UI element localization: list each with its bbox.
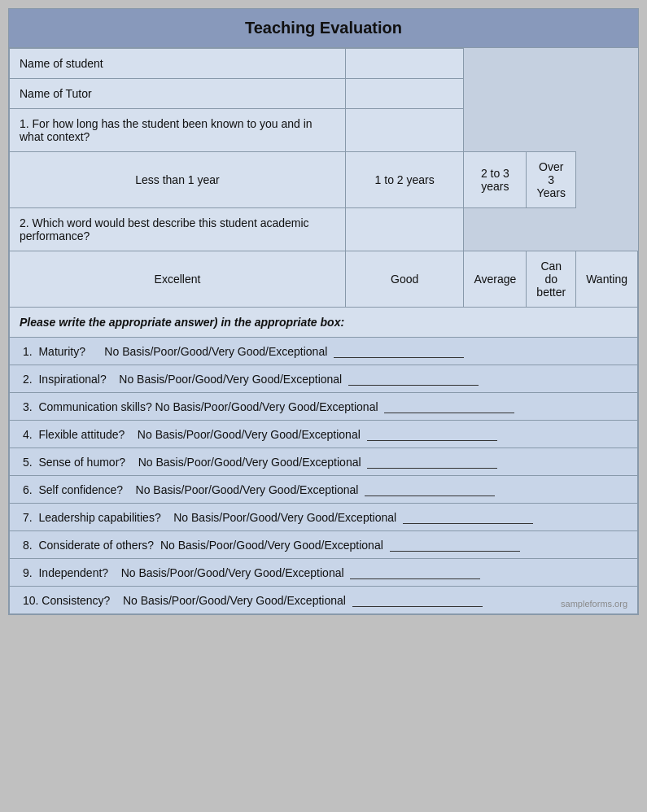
- item-1: 1. Maturity? No Basis/Poor/Good/Very Goo…: [10, 338, 638, 365]
- instruction-text: Please write the appropriate answer) in …: [10, 308, 638, 338]
- q2-option-average[interactable]: Average: [464, 251, 527, 308]
- item-9-answer[interactable]: [350, 565, 480, 579]
- question2-row: 2. Which word would best describe this s…: [10, 208, 638, 251]
- watermark: sampleforms.org: [561, 599, 631, 610]
- item-row-5: 5. Sense of humor? No Basis/Poor/Good/Ve…: [10, 448, 638, 476]
- item-row-8: 8. Considerate of others? No Basis/Poor/…: [10, 531, 638, 559]
- student-name-row: Name of student: [10, 49, 638, 79]
- item-10-text: 10. Consistency? No Basis/Poor/Good/Very…: [23, 594, 346, 607]
- question2-answer[interactable]: [345, 208, 464, 251]
- q1-option-2[interactable]: 1 to 2 years: [345, 152, 464, 208]
- form-title: Teaching Evaluation: [9, 9, 638, 48]
- question1-text: 1. For how long has the student been kno…: [10, 109, 346, 152]
- main-table: Name of student Name of Tutor 1. For how…: [9, 48, 638, 614]
- item-row-4: 4. Flexible attitude? No Basis/Poor/Good…: [10, 421, 638, 448]
- instruction-row: Please write the appropriate answer) in …: [10, 308, 638, 338]
- item-row-3: 3. Communication skills? No Basis/Poor/G…: [10, 393, 638, 421]
- item-5: 5. Sense of humor? No Basis/Poor/Good/Ve…: [10, 448, 638, 476]
- item-10-answer[interactable]: [352, 593, 483, 607]
- question2-text: 2. Which word would best describe this s…: [10, 208, 346, 251]
- item-3-answer[interactable]: [384, 399, 514, 413]
- tutor-name-label: Name of Tutor: [10, 79, 346, 109]
- form-container: Teaching Evaluation Name of student Name…: [8, 8, 639, 615]
- item-6-answer[interactable]: [365, 482, 495, 496]
- item-row-1: 1. Maturity? No Basis/Poor/Good/Very Goo…: [10, 338, 638, 365]
- item-1-text: 1. Maturity? No Basis/Poor/Good/Very Goo…: [23, 345, 327, 358]
- item-3-text: 3. Communication skills? No Basis/Poor/G…: [23, 400, 378, 413]
- question1-row: 1. For how long has the student been kno…: [10, 109, 638, 152]
- item-4-answer[interactable]: [367, 427, 497, 441]
- item-5-text: 5. Sense of humor? No Basis/Poor/Good/Ve…: [23, 456, 361, 469]
- item-8-answer[interactable]: [390, 538, 520, 552]
- item-row-9: 9. Independent? No Basis/Poor/Good/Very …: [10, 559, 638, 587]
- item-7: 7. Leadership capabilities? No Basis/Poo…: [10, 504, 638, 531]
- item-8: 8. Considerate of others? No Basis/Poor/…: [10, 531, 638, 559]
- q2-option-canbetter[interactable]: Can do better: [527, 251, 576, 308]
- item-5-answer[interactable]: [367, 455, 497, 469]
- item-row-6: 6. Self confidence? No Basis/Poor/Good/V…: [10, 476, 638, 504]
- q2-option-wanting[interactable]: Wanting: [576, 251, 638, 308]
- item-4: 4. Flexible attitude? No Basis/Poor/Good…: [10, 421, 638, 448]
- item-9-text: 9. Independent? No Basis/Poor/Good/Very …: [23, 566, 344, 579]
- q2-option-excellent[interactable]: Excellent: [10, 251, 346, 308]
- question1-answer[interactable]: [345, 109, 464, 152]
- item-4-text: 4. Flexible attitude? No Basis/Poor/Good…: [23, 428, 361, 441]
- item-row-10: 10. Consistency? No Basis/Poor/Good/Very…: [10, 587, 638, 614]
- item-2-text: 2. Inspirational? No Basis/Poor/Good/Ver…: [23, 373, 342, 386]
- item-row-2: 2. Inspirational? No Basis/Poor/Good/Ver…: [10, 365, 638, 393]
- item-7-answer[interactable]: [403, 510, 533, 524]
- item-row-7: 7. Leadership capabilities? No Basis/Poo…: [10, 504, 638, 531]
- item-8-text: 8. Considerate of others? No Basis/Poor/…: [23, 539, 383, 552]
- student-name-label: Name of student: [10, 49, 346, 79]
- item-6-text: 6. Self confidence? No Basis/Poor/Good/V…: [23, 483, 358, 496]
- q1-option-4[interactable]: Over 3 Years: [527, 152, 576, 208]
- student-name-input[interactable]: [345, 49, 464, 79]
- question1-options-row: Less than 1 year 1 to 2 years 2 to 3 yea…: [10, 152, 638, 208]
- q2-option-good[interactable]: Good: [345, 251, 464, 308]
- item-9: 9. Independent? No Basis/Poor/Good/Very …: [10, 559, 638, 587]
- q1-option-1[interactable]: Less than 1 year: [10, 152, 346, 208]
- tutor-name-input[interactable]: [345, 79, 464, 109]
- question2-options-row: Excellent Good Average Can do better Wan…: [10, 251, 638, 308]
- item-7-text: 7. Leadership capabilities? No Basis/Poo…: [23, 511, 396, 524]
- tutor-name-row: Name of Tutor: [10, 79, 638, 109]
- item-10: 10. Consistency? No Basis/Poor/Good/Very…: [10, 587, 638, 614]
- item-6: 6. Self confidence? No Basis/Poor/Good/V…: [10, 476, 638, 504]
- item-3: 3. Communication skills? No Basis/Poor/G…: [10, 393, 638, 421]
- item-1-answer[interactable]: [334, 344, 464, 358]
- item-2: 2. Inspirational? No Basis/Poor/Good/Ver…: [10, 365, 638, 393]
- item-2-answer[interactable]: [348, 372, 479, 386]
- q1-option-3[interactable]: 2 to 3 years: [464, 152, 527, 208]
